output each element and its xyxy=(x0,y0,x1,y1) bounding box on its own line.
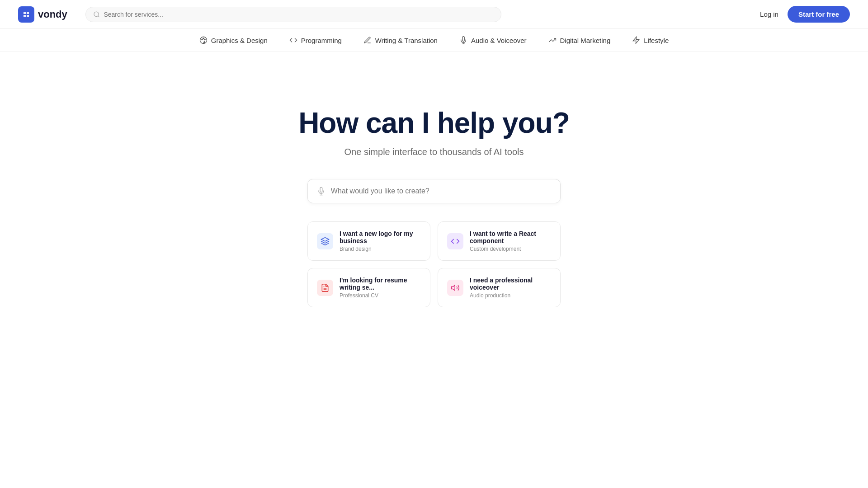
suggestion-card-react[interactable]: I want to write a React component Custom… xyxy=(438,221,561,261)
react-card-text: I want to write a React component Custom… xyxy=(470,230,551,252)
nav-item-programming[interactable]: Programming xyxy=(289,36,342,44)
nav-item-lifestyle[interactable]: Lifestyle xyxy=(632,36,669,44)
voiceover-card-title: I need a professional voiceover xyxy=(470,277,551,291)
suggestion-grid: I want a new logo for my business Brand … xyxy=(307,221,561,307)
hero-title: How can I help you? xyxy=(298,106,570,140)
logo-card-text: I want a new logo for my business Brand … xyxy=(340,230,421,252)
suggestion-card-voiceover[interactable]: I need a professional voiceover Audio pr… xyxy=(438,268,561,307)
chart-icon xyxy=(548,36,557,44)
nav-item-writing-translation[interactable]: Writing & Translation xyxy=(363,36,438,44)
suggestion-card-resume[interactable]: I'm looking for resume writing se... Pro… xyxy=(307,268,430,307)
voiceover-card-subtitle: Audio production xyxy=(470,292,551,299)
nav-label-lifestyle: Lifestyle xyxy=(644,37,669,44)
svg-point-5 xyxy=(203,38,204,39)
main-content: How can I help you? One simple interface… xyxy=(0,52,868,307)
pen-icon xyxy=(363,36,372,44)
nav-item-audio-voiceover[interactable]: Audio & Voiceover xyxy=(459,36,527,44)
svg-point-1 xyxy=(94,12,99,16)
resume-card-text: I'm looking for resume writing se... Pro… xyxy=(340,277,421,299)
svg-line-2 xyxy=(98,16,99,17)
nav-item-graphics-design[interactable]: Graphics & Design xyxy=(199,36,268,44)
voiceover-card-text: I need a professional voiceover Audio pr… xyxy=(470,277,551,299)
mic-nav-icon xyxy=(459,36,467,44)
voiceover-card-icon xyxy=(447,280,463,296)
nav-bar: Graphics & Design Programming Writing & … xyxy=(0,29,868,52)
nav-label-audio-voiceover: Audio & Voiceover xyxy=(471,37,527,44)
signup-button[interactable]: Start for free xyxy=(788,6,850,23)
header-search-input[interactable] xyxy=(104,11,493,18)
bolt-icon xyxy=(632,36,640,44)
svg-point-6 xyxy=(204,39,205,40)
resume-card-title: I'm looking for resume writing se... xyxy=(340,277,421,291)
svg-point-4 xyxy=(202,39,203,40)
search-icon xyxy=(93,11,100,18)
svg-marker-14 xyxy=(452,285,455,291)
nav-label-graphics-design: Graphics & Design xyxy=(211,37,268,44)
react-card-title: I want to write a React component xyxy=(470,230,551,244)
login-button[interactable]: Log in xyxy=(760,10,778,18)
logo-card-subtitle: Brand design xyxy=(340,246,421,252)
suggestion-card-logo[interactable]: I want a new logo for my business Brand … xyxy=(307,221,430,261)
resume-card-subtitle: Professional CV xyxy=(340,292,421,299)
mic-search-icon xyxy=(317,187,326,196)
palette-icon xyxy=(199,36,208,44)
react-card-subtitle: Custom development xyxy=(470,246,551,252)
logo[interactable]: vondy xyxy=(18,6,67,23)
logo-card-icon xyxy=(317,233,333,249)
hero-subtitle: One simple interface to thousands of AI … xyxy=(344,147,524,157)
brand-name: vondy xyxy=(38,9,67,20)
code-icon xyxy=(289,36,297,44)
header-search[interactable] xyxy=(85,7,501,22)
nav-label-programming: Programming xyxy=(301,37,342,44)
nav-label-digital-marketing: Digital Marketing xyxy=(560,37,611,44)
logo-card-title: I want a new logo for my business xyxy=(340,230,421,244)
react-card-icon xyxy=(447,233,463,249)
main-search-input[interactable] xyxy=(331,187,551,195)
resume-card-icon xyxy=(317,280,333,296)
svg-marker-9 xyxy=(633,37,639,44)
header: vondy Log in Start for free xyxy=(0,0,868,29)
main-search-bar[interactable] xyxy=(307,179,561,203)
nav-label-writing-translation: Writing & Translation xyxy=(375,37,438,44)
logo-icon xyxy=(18,6,34,23)
header-actions: Log in Start for free xyxy=(760,6,850,23)
nav-item-digital-marketing[interactable]: Digital Marketing xyxy=(548,36,611,44)
